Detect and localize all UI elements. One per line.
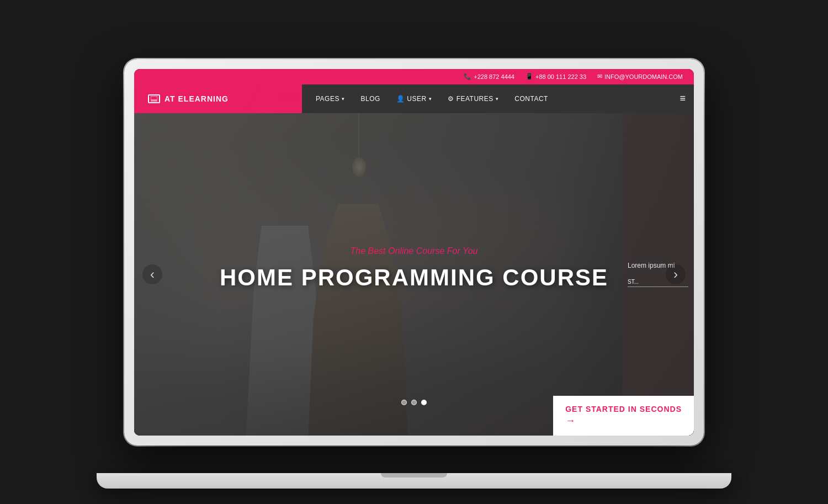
nav-item-contact[interactable]: CONTACT [508,92,555,106]
hero-title: HOME PROGRAMMING COURSE [220,264,608,291]
brand-logo: AT ELEARNING [148,94,229,103]
nav-item-home[interactable]: HOME [272,92,306,106]
laptop-body: 📞 +228 872 4444 📱 +88 00 111 222 33 ✉ IN… [124,59,704,445]
navbar: AT ELEARNING HOME PAGES ▾ BLOG 👤 USER ▾ … [134,84,694,113]
topbar-phone1: 📞 +228 872 4444 [464,73,514,80]
laptop-wrapper: 📞 +228 872 4444 📱 +88 00 111 222 33 ✉ IN… [110,37,718,468]
topbar-email-text: INFO@YOURDOMAIN.COM [604,73,683,80]
hero-content: The Best Online Course For You HOME PROG… [134,113,694,436]
nav-item-pages[interactable]: PAGES ▾ [309,92,351,106]
laptop-base [97,473,731,489]
chevron-down-icon-user: ▾ [429,96,432,102]
user-icon: 👤 [396,95,405,103]
carousel-dot-1[interactable] [401,400,407,405]
carousel-dots [401,400,427,405]
hero-section: ‹ The Best Online Course For You HOME PR… [134,113,694,436]
mobile-icon: 📱 [526,73,533,80]
carousel-dot-3[interactable] [421,400,427,405]
navbar-brand[interactable]: AT ELEARNING [134,84,245,113]
cta-arrow-icon[interactable]: → [565,415,575,427]
brand-name: AT ELEARNING [164,94,229,103]
gear-icon: ⚙ [448,95,454,103]
website: 📞 +228 872 4444 📱 +88 00 111 222 33 ✉ IN… [134,69,694,436]
phone-icon: 📞 [464,73,471,80]
topbar-phone2: 📱 +88 00 111 222 33 [526,73,586,80]
navbar-divider [245,84,261,113]
navbar-menu: HOME PAGES ▾ BLOG 👤 USER ▾ ⚙ FEATURES ▾ … [261,92,671,106]
chevron-down-icon: ▾ [342,96,345,102]
nav-item-user[interactable]: 👤 USER ▾ [390,92,438,106]
cta-section: GET STARTED IN SECONDS → [553,396,694,436]
carousel-prev-button[interactable]: ‹ [142,264,162,284]
topbar-phone2-text: +88 00 111 222 33 [535,73,586,80]
top-bar: 📞 +228 872 4444 📱 +88 00 111 222 33 ✉ IN… [134,69,694,84]
nav-item-features[interactable]: ⚙ FEATURES ▾ [441,92,505,106]
topbar-email: ✉ INFO@YOURDOMAIN.COM [597,73,683,80]
carousel-next-button[interactable]: › [666,264,686,284]
cta-title: GET STARTED IN SECONDS [565,405,682,413]
carousel-dot-2[interactable] [411,400,417,405]
topbar-phone1-text: +228 872 4444 [474,73,514,80]
hamburger-menu[interactable]: ≡ [671,93,694,104]
hero-subtitle: The Best Online Course For You [351,246,478,256]
laptop-screen-bezel: 📞 +228 872 4444 📱 +88 00 111 222 33 ✉ IN… [134,69,694,436]
nav-item-blog[interactable]: BLOG [354,92,386,106]
svg-rect-0 [151,96,157,100]
brand-icon [148,94,160,103]
email-icon: ✉ [597,73,602,80]
chevron-down-icon-features: ▾ [496,96,499,102]
